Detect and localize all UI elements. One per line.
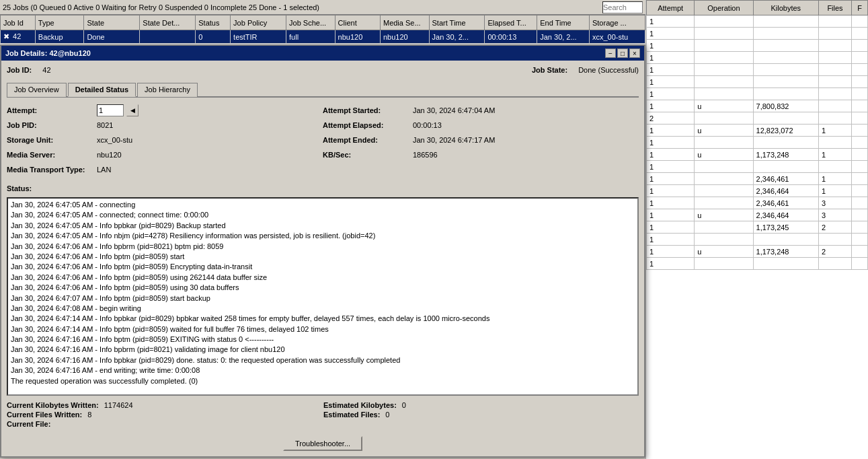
dialog-title-text: Job Details: 42@nbu120 bbox=[5, 49, 91, 57]
current-kb-value: 1174624 bbox=[104, 401, 133, 409]
right-cell-attempt: 1 bbox=[647, 246, 695, 258]
right-cell-operation bbox=[695, 76, 753, 88]
tabs-container: Job Overview Detailed Status Job Hierarc… bbox=[7, 82, 639, 98]
log-line: Jan 30, 2024 6:47:05 AM - Info nbjm (pid… bbox=[11, 231, 635, 241]
col-media-se[interactable]: Media Se... bbox=[380, 15, 429, 30]
right-cell-attempt: 1 bbox=[647, 197, 695, 209]
estimated-files-value: 0 bbox=[385, 411, 389, 419]
cell-type: Backup bbox=[35, 30, 84, 44]
cell-state-det bbox=[140, 30, 196, 44]
right-table-row[interactable]: 11,173,2452 bbox=[647, 221, 868, 234]
media-transport-label: Media Transport Type: bbox=[7, 166, 94, 174]
right-table-row[interactable]: 1 bbox=[647, 88, 868, 100]
job-pid-value: 8021 bbox=[97, 121, 113, 129]
title-bar: 25 Jobs (0 Queued 0 Active 0 Waiting for… bbox=[0, 0, 645, 15]
right-cell-files: 1 bbox=[819, 125, 852, 137]
right-cell-f bbox=[852, 100, 868, 112]
right-table-row[interactable]: 1 bbox=[647, 258, 868, 270]
right-col-attempt[interactable]: Attempt bbox=[647, 1, 695, 15]
estimated-kb-label: Estimated Kilobytes: bbox=[323, 401, 397, 409]
right-cell-kilobytes: 1,173,245 bbox=[753, 221, 818, 234]
right-cell-kilobytes bbox=[753, 28, 818, 40]
right-table-row[interactable]: 1 bbox=[647, 15, 868, 28]
troubleshooter-button[interactable]: Troubleshooter... bbox=[283, 436, 362, 451]
col-client[interactable]: Client bbox=[335, 15, 380, 30]
right-cell-files bbox=[819, 52, 852, 64]
tab-job-overview[interactable]: Job Overview bbox=[7, 83, 67, 97]
right-cell-f bbox=[852, 234, 868, 246]
job-pid-label: Job PID: bbox=[7, 121, 94, 129]
search-input[interactable] bbox=[602, 1, 643, 13]
right-table-row[interactable]: 1 bbox=[647, 52, 868, 64]
right-table-row[interactable]: 1u1,173,2481 bbox=[647, 149, 868, 161]
right-table-row[interactable]: 1 bbox=[647, 76, 868, 88]
attempt-prev-button[interactable]: ◀ bbox=[126, 104, 139, 116]
col-elapsed-t[interactable]: Elapsed T... bbox=[485, 15, 537, 30]
col-job-sche[interactable]: Job Sche... bbox=[286, 15, 336, 30]
right-col-kilobytes[interactable]: Kilobytes bbox=[753, 1, 818, 15]
right-table-row[interactable]: 1 bbox=[647, 28, 868, 40]
right-cell-operation: u bbox=[695, 209, 753, 221]
col-storage[interactable]: Storage ... bbox=[589, 15, 645, 30]
job-pid-row: Job PID: 8021 bbox=[7, 119, 323, 131]
status-row: Status: bbox=[7, 182, 639, 195]
right-cell-files bbox=[819, 64, 852, 76]
tab-job-hierarchy[interactable]: Job Hierarchy bbox=[137, 83, 198, 97]
right-table-row[interactable]: 1u1,173,2482 bbox=[647, 246, 868, 258]
right-col-f[interactable]: F bbox=[852, 1, 868, 15]
status-log-container[interactable]: Jan 30, 2024 6:47:05 AM - connectingJan … bbox=[7, 197, 639, 396]
right-table-row[interactable]: 12,346,4641 bbox=[647, 185, 868, 197]
right-cell-attempt: 1 bbox=[647, 221, 695, 234]
right-table-row[interactable]: 1 bbox=[647, 234, 868, 246]
right-cell-kilobytes: 2,346,461 bbox=[753, 173, 818, 185]
cell-job-policy: testTIR bbox=[231, 30, 286, 44]
right-table-row[interactable]: 1u2,346,4643 bbox=[647, 209, 868, 221]
right-cell-kilobytes bbox=[753, 15, 818, 28]
right-cell-operation bbox=[695, 173, 753, 185]
right-col-operation[interactable]: Operation bbox=[695, 1, 753, 15]
col-status[interactable]: Status bbox=[196, 15, 231, 30]
right-cell-operation: u bbox=[695, 246, 753, 258]
attempt-input[interactable] bbox=[97, 104, 124, 116]
right-table-row[interactable]: 12,346,4611 bbox=[647, 173, 868, 185]
maximize-button[interactable]: □ bbox=[617, 48, 628, 58]
cell-start-time: Jan 30, 2... bbox=[429, 30, 485, 44]
right-table-row[interactable]: 1 bbox=[647, 137, 868, 149]
right-cell-operation bbox=[695, 197, 753, 209]
tab-detailed-status[interactable]: Detailed Status bbox=[68, 83, 136, 97]
col-job-policy[interactable]: Job Policy bbox=[231, 15, 286, 30]
right-col-files[interactable]: Files bbox=[819, 1, 852, 15]
right-cell-f bbox=[852, 221, 868, 234]
right-cell-attempt: 1 bbox=[647, 209, 695, 221]
attempt-elapsed-row: Attempt Elapsed: 00:00:13 bbox=[323, 119, 639, 131]
col-state-det[interactable]: State Det... bbox=[140, 15, 196, 30]
right-cell-kilobytes: 7,800,832 bbox=[753, 100, 818, 112]
right-cell-files bbox=[819, 137, 852, 149]
log-line: Jan 30, 2024 6:47:06 AM - Info bptm (pid… bbox=[11, 273, 635, 283]
right-cell-attempt: 1 bbox=[647, 173, 695, 185]
right-table-row[interactable]: 1u7,800,832 bbox=[647, 100, 868, 112]
col-type[interactable]: Type bbox=[35, 15, 84, 30]
right-table-row[interactable]: 1 bbox=[647, 161, 868, 173]
minimize-button[interactable]: − bbox=[605, 48, 616, 58]
cell-status: 0 bbox=[196, 30, 231, 44]
cell-job-sche: full bbox=[286, 30, 336, 44]
right-table-row[interactable]: 2 bbox=[647, 112, 868, 125]
right-table-row[interactable]: 1 bbox=[647, 64, 868, 76]
troubleshooter-container: Troubleshooter... bbox=[7, 433, 639, 451]
attempt-ended-value: Jan 30, 2024 6:47:17 AM bbox=[413, 136, 495, 144]
col-end-time[interactable]: End Time bbox=[537, 15, 590, 30]
right-table-row[interactable]: 1 bbox=[647, 40, 868, 52]
col-state[interactable]: State bbox=[84, 15, 140, 30]
close-button[interactable]: × bbox=[629, 48, 640, 58]
right-section: Attempt Operation Kilobytes Files F 1111… bbox=[645, 0, 868, 459]
status-log: Jan 30, 2024 6:47:05 AM - connectingJan … bbox=[8, 199, 637, 394]
log-line: Jan 30, 2024 6:47:06 AM - Info bptm (pid… bbox=[11, 262, 635, 272]
right-table-row[interactable]: 12,346,4613 bbox=[647, 197, 868, 209]
right-table-row[interactable]: 1u12,823,0721 bbox=[647, 125, 868, 137]
table-row[interactable]: ✖ 42 Backup Done 0 testTIR full nbu120 n… bbox=[1, 30, 645, 44]
col-start-time[interactable]: Start Time bbox=[429, 15, 485, 30]
storage-unit-label: Storage Unit: bbox=[7, 136, 94, 144]
col-job-id[interactable]: Job Id bbox=[1, 15, 36, 30]
right-cell-files bbox=[819, 100, 852, 112]
